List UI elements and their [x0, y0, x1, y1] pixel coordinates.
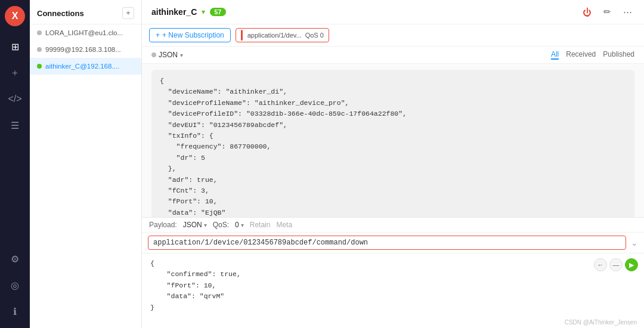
filter-tab-published[interactable]: Published [603, 50, 634, 60]
qos-label: QoS: [213, 221, 229, 229]
payload-back-button[interactable]: ← [594, 258, 607, 271]
nav-rss-icon[interactable]: ◎ [4, 274, 26, 296]
payload-format-chevron-icon: ▾ [204, 222, 207, 228]
connection-status-dot-aithinker [37, 64, 42, 69]
format-dot [151, 52, 156, 57]
nav-gear-icon[interactable]: ⚙ [4, 248, 26, 270]
filter-tab-all[interactable]: All [551, 50, 559, 60]
message-block: { "deviceName": "aithinker_di", "deviceP… [151, 70, 634, 217]
connection-item-aithinker[interactable]: aithinker_C@192.168.... [30, 58, 141, 75]
publish-area: Payload: JSON ▾ QoS: 0 ▾ Retain Meta ⌄ {… [142, 217, 644, 328]
payload-label: Payload: [149, 221, 177, 229]
icon-sidebar: X ⊞ ＋ </> ☰ ⚙ ◎ ℹ [0, 0, 30, 328]
active-connection-name: aithinker_C [151, 7, 197, 17]
status-arrow-icon: ▾ [202, 8, 205, 16]
power-button[interactable]: ⏻ [580, 5, 594, 19]
payload-actions: ← — ▶ [594, 258, 638, 271]
format-selector[interactable]: JSON ▾ [151, 51, 183, 59]
nav-info-icon[interactable]: ℹ [4, 301, 26, 322]
payload-erase-button[interactable]: — [609, 258, 623, 271]
retain-label: Retain [250, 221, 271, 229]
top-bar-actions: ⏻ ✏ ⋯ [580, 5, 634, 19]
new-subscription-button[interactable]: + + New Subscription [149, 28, 231, 42]
connection-name-area: aithinker_C ▾ 57 [151, 7, 226, 17]
nav-layers-icon[interactable]: ☰ [4, 115, 26, 136]
message-body: { "deviceName": "aithinker_di", "deviceP… [142, 64, 644, 217]
subscription-tag[interactable]: application/1/dev... QoS 0 [236, 28, 329, 42]
message-json-content: { "deviceName": "aithinker_di", "deviceP… [160, 76, 626, 217]
connection-item-lora[interactable]: LORA_LIGHT@eu1.clo... [30, 24, 141, 41]
connection-item-local[interactable]: 99999@192.168.3.108... [30, 41, 141, 58]
payload-format-value: JSON [183, 221, 202, 229]
format-label: JSON [159, 51, 178, 59]
payload-json-content: { "confirmed": true, "fPort": 10, "data"… [142, 253, 644, 318]
filter-tabs: All Received Published [551, 50, 634, 60]
topic-input[interactable] [148, 236, 626, 250]
connection-label-aithinker: aithinker_C@192.168.... [45, 63, 119, 70]
nav-code-icon[interactable]: </> [4, 88, 26, 110]
main-content: aithinker_C ▾ 57 ⏻ ✏ ⋯ + + New Subscript… [142, 0, 644, 328]
meta-label: Meta [276, 221, 292, 229]
payload-format-select[interactable]: JSON ▾ [183, 221, 207, 229]
add-connection-button[interactable]: + [122, 7, 134, 19]
nav-connections-icon[interactable]: ⊞ [4, 36, 26, 57]
new-sub-plus-icon: + [156, 31, 160, 39]
subscription-tag-bar [241, 30, 243, 41]
app-logo: X [5, 6, 25, 26]
subscription-topic: application/1/dev... [247, 32, 302, 39]
connection-status-dot-lora [37, 30, 42, 35]
message-count-badge: 57 [210, 8, 225, 16]
connections-header: Connections + [30, 0, 141, 24]
connection-label-local: 99999@192.168.3.108... [45, 46, 121, 53]
nav-add-icon[interactable]: ＋ [4, 62, 26, 83]
qos-value: 0 [235, 221, 239, 229]
payload-area: { "confirmed": true, "fPort": 10, "data"… [142, 253, 644, 318]
connections-panel: Connections + LORA_LIGHT@eu1.clo... 9999… [30, 0, 142, 328]
topic-input-area: ⌄ [142, 233, 644, 253]
more-options-button[interactable]: ⋯ [620, 5, 634, 19]
connection-label-lora: LORA_LIGHT@eu1.clo... [45, 29, 123, 36]
top-bar: aithinker_C ▾ 57 ⏻ ✏ ⋯ [142, 0, 644, 24]
subscription-qos: QoS 0 [305, 32, 324, 39]
filter-tab-received[interactable]: Received [566, 50, 596, 60]
payload-send-button[interactable]: ▶ [625, 258, 638, 271]
topic-expand-icon[interactable]: ⌄ [631, 238, 638, 247]
qos-chevron-icon: ▾ [241, 222, 244, 228]
subscribe-bar: + + New Subscription application/1/dev..… [142, 24, 644, 47]
connections-title: Connections [37, 9, 84, 18]
format-chevron-icon: ▾ [180, 52, 183, 58]
edit-button[interactable]: ✏ [600, 5, 614, 19]
qos-select[interactable]: 0 ▾ [235, 221, 244, 229]
publish-toolbar: Payload: JSON ▾ QoS: 0 ▾ Retain Meta [142, 218, 644, 233]
connection-status-dot-local [37, 47, 42, 52]
new-sub-label: + New Subscription [162, 31, 224, 39]
watermark: CSDN @AiThinker_Jensen [142, 318, 644, 328]
message-view-header: JSON ▾ All Received Published [142, 47, 644, 64]
